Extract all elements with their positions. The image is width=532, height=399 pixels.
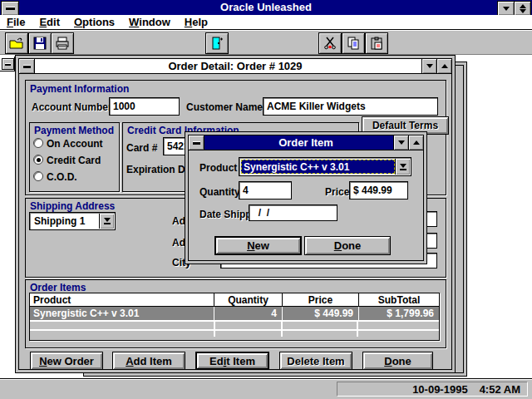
status-date: 10-09-1995 bbox=[412, 383, 468, 396]
dialog-new-button[interactable]: New bbox=[214, 236, 302, 255]
menu-edit[interactable]: Edit bbox=[39, 16, 60, 28]
delete-item-button: Delete Item bbox=[279, 352, 352, 370]
minimize-arrow-icon bbox=[426, 64, 433, 68]
app-title-bar: Oracle Unleashed bbox=[0, 0, 532, 15]
printer-icon bbox=[56, 37, 69, 50]
combo-arrow-icon bbox=[400, 164, 406, 168]
minimize-arrow-icon bbox=[503, 7, 510, 11]
paste-clipboard-icon bbox=[370, 37, 383, 50]
radio-cod-label: C.O.D. bbox=[47, 171, 77, 183]
product-combo[interactable]: Synergistic C++ v 3.01 bbox=[239, 157, 411, 176]
table-row-selected[interactable]: Synergistic C++ v 3.01 4 $ 449.99 $ 1,79… bbox=[30, 307, 439, 320]
cell-subtotal: $ 1,799.96 bbox=[358, 307, 439, 320]
order-detail-minimize-button[interactable] bbox=[421, 59, 436, 73]
order-item-dialog: Order Item Product Synergistic C++ v 3.0… bbox=[185, 131, 427, 264]
combo-arrow-icon bbox=[104, 218, 111, 222]
cell-price: $ 449.99 bbox=[282, 307, 358, 320]
customer-name-label: Customer Name bbox=[186, 101, 263, 113]
open-button[interactable] bbox=[5, 32, 28, 54]
background-window-system-menu-button[interactable] bbox=[2, 58, 14, 70]
radio-cod[interactable] bbox=[33, 171, 43, 181]
order-item-system-menu-button[interactable] bbox=[189, 135, 204, 150]
quantity-label: Quantity bbox=[200, 186, 240, 198]
card-number-label: Card # bbox=[126, 142, 157, 154]
account-number-field[interactable]: 1000 bbox=[109, 97, 180, 116]
menu-options[interactable]: Options bbox=[74, 16, 115, 28]
combo-bar-icon bbox=[104, 223, 111, 224]
table-header-row: Product Quantity Price SubTotal bbox=[30, 293, 439, 307]
copy-icon bbox=[347, 37, 360, 50]
quantity-field[interactable]: 4 bbox=[239, 181, 292, 200]
order-item-maximize-button[interactable] bbox=[408, 135, 423, 150]
cut-button[interactable] bbox=[318, 32, 342, 54]
exit-door-icon bbox=[210, 37, 224, 50]
copy-button[interactable] bbox=[342, 32, 365, 54]
product-value: Synergistic C++ v 3.01 bbox=[241, 160, 395, 174]
system-menu-dash-icon bbox=[23, 65, 31, 68]
shipping-address-value: Shipping 1 bbox=[32, 214, 99, 228]
order-detail-maximize-button[interactable] bbox=[436, 59, 451, 73]
order-detail-title-bar: Order Detail: Order # 1029 bbox=[19, 59, 451, 74]
done-button[interactable]: Done bbox=[362, 352, 433, 370]
cut-scissors-icon bbox=[323, 37, 337, 50]
status-datetime-panel: 10-09-1995 4:52 AM bbox=[337, 382, 528, 397]
save-button[interactable] bbox=[28, 32, 52, 54]
toolbar bbox=[0, 31, 532, 55]
payment-method-label: Payment Method bbox=[34, 125, 114, 136]
shipping-combo-dropdown-button[interactable] bbox=[99, 214, 114, 229]
restore-up-arrow-icon bbox=[520, 4, 526, 8]
order-items-label: Order Items bbox=[30, 282, 86, 293]
menu-file[interactable]: File bbox=[7, 16, 25, 28]
system-menu-dash-icon bbox=[5, 63, 11, 66]
order-detail-system-menu-button[interactable] bbox=[19, 59, 35, 73]
shipping-address-combo[interactable]: Shipping 1 bbox=[29, 212, 116, 230]
order-item-minimize-button[interactable] bbox=[393, 135, 408, 150]
date-shipped-field[interactable]: / / bbox=[249, 204, 337, 221]
shipping-address-label: Shipping Address bbox=[30, 200, 115, 212]
product-label: Product bbox=[200, 162, 237, 174]
payment-information-label: Payment Information bbox=[30, 83, 129, 95]
column-header-subtotal: SubTotal bbox=[358, 293, 439, 306]
cell-product: Synergistic C++ v 3.01 bbox=[30, 307, 214, 320]
app-restore-button[interactable] bbox=[514, 1, 531, 16]
menu-bar: File Edit Options Window Help bbox=[0, 15, 532, 30]
order-items-table: Product Quantity Price SubTotal Synergis… bbox=[29, 293, 440, 341]
maximize-arrow-icon bbox=[441, 64, 448, 68]
radio-on-account[interactable] bbox=[33, 138, 43, 148]
product-combo-dropdown-button[interactable] bbox=[395, 159, 410, 175]
edit-item-button[interactable]: Edit Item bbox=[195, 352, 269, 370]
menu-window[interactable]: Window bbox=[129, 16, 170, 28]
column-header-price: Price bbox=[282, 293, 358, 306]
table-row-empty[interactable] bbox=[30, 320, 439, 329]
paste-button[interactable] bbox=[365, 32, 388, 54]
restore-down-arrow-icon bbox=[520, 9, 526, 13]
status-time: 4:52 AM bbox=[480, 383, 520, 396]
system-menu-dash-icon bbox=[193, 141, 200, 145]
combo-bar-icon bbox=[400, 169, 406, 170]
save-floppy-icon bbox=[33, 37, 47, 50]
app-title: Oracle Unleashed bbox=[0, 1, 532, 13]
radio-credit-card-label: Credit Card bbox=[47, 155, 101, 166]
account-number-label: Account Number bbox=[32, 101, 112, 113]
order-item-title-bar: Order Item bbox=[189, 135, 423, 150]
order-item-content: Product Synergistic C++ v 3.01 Quantity … bbox=[189, 150, 423, 260]
maximize-arrow-icon bbox=[413, 140, 420, 145]
table-row-empty[interactable] bbox=[30, 329, 439, 337]
menu-help[interactable]: Help bbox=[185, 16, 208, 28]
cell-quantity: 4 bbox=[214, 307, 282, 320]
price-label: Price bbox=[325, 186, 349, 198]
status-bar: 10-09-1995 4:52 AM bbox=[0, 378, 532, 399]
dialog-done-button[interactable]: Done bbox=[304, 236, 391, 255]
column-header-quantity: Quantity bbox=[214, 293, 282, 306]
exit-button[interactable] bbox=[205, 32, 229, 54]
price-field[interactable]: $ 449.99 bbox=[349, 181, 408, 200]
app-minimize-button[interactable] bbox=[497, 1, 515, 16]
column-header-product: Product bbox=[30, 293, 214, 306]
customer-name-field[interactable]: ACME Killer Widgets bbox=[263, 97, 438, 116]
order-detail-title: Order Detail: Order # 1029 bbox=[19, 60, 451, 72]
print-button[interactable] bbox=[51, 32, 74, 54]
new-order-button[interactable]: New Order bbox=[30, 352, 103, 370]
background-window-titlebar-fragment bbox=[0, 57, 15, 71]
radio-credit-card[interactable] bbox=[33, 155, 43, 165]
add-item-button[interactable]: Add Item bbox=[112, 352, 185, 370]
